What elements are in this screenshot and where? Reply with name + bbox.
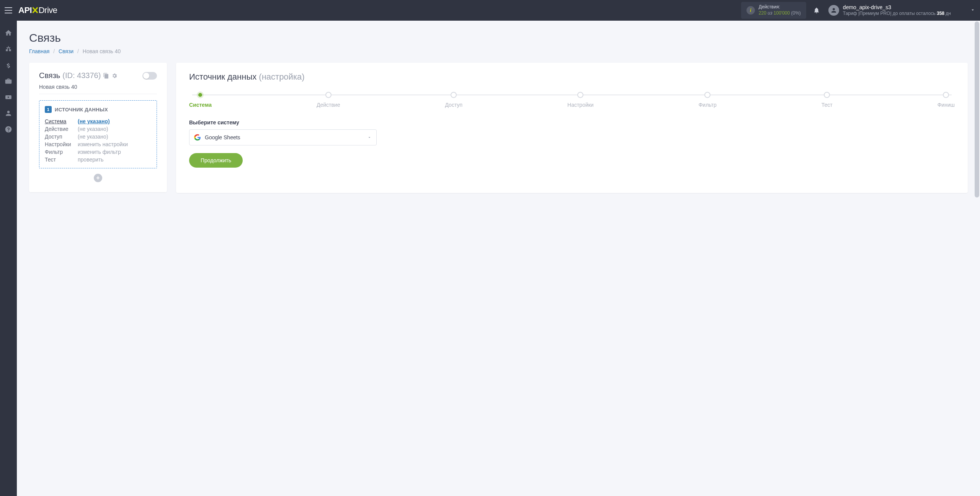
user-text: demo_apix-drive_s3 Тариф |Премиум PRO| д… [843,4,951,17]
avatar-icon [828,5,839,16]
info-icon: i [746,6,755,15]
bell-icon[interactable] [813,7,820,14]
logo-x-icon: ✕ [31,5,39,16]
user-name: demo_apix-drive_s3 [843,4,951,11]
actions-pct: (0%) [791,10,801,16]
actions-label: Действия: [759,4,801,10]
menu-toggle-icon[interactable] [5,7,12,13]
user-menu[interactable]: demo_apix-drive_s3 Тариф |Премиум PRO| д… [828,4,975,17]
tariff-line: Тариф |Премиум PRO| до оплаты осталось 3… [843,11,951,17]
actions-text: Действия: 220 из 100'000 (0%) [759,4,801,16]
actions-counter[interactable]: i Действия: 220 из 100'000 (0%) [741,2,806,18]
actions-total: 100'000 [774,10,790,16]
actions-used: 220 [759,10,766,16]
chevron-down-icon [970,7,975,14]
topbar: API✕Drive i Действия: 220 из 100'000 (0%… [0,0,980,21]
logo[interactable]: API✕Drive [18,5,57,16]
logo-text-drive: Drive [39,5,57,15]
actions-of: из [768,10,772,16]
logo-text-api: API [18,5,32,15]
